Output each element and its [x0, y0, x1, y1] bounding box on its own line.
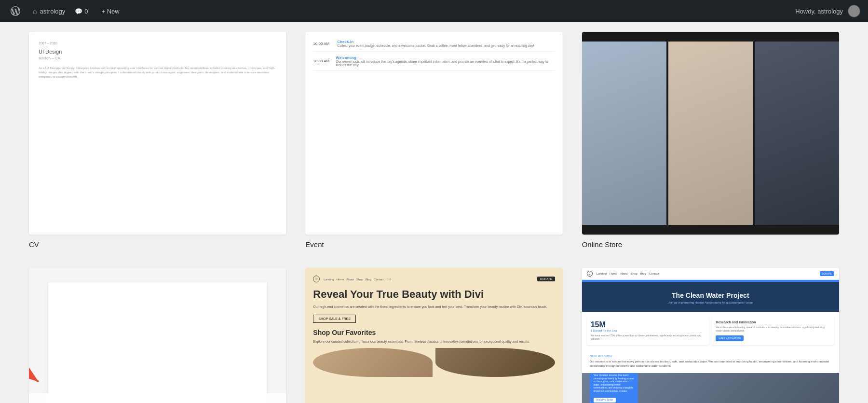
event-row-1: 10:00 AM Check-In Collect your event bad… — [313, 40, 555, 52]
template-card-event[interactable]: 10:00 AM Check-In Collect your event bad… — [305, 32, 562, 235]
np-blue-card-text: Your donation ensures that every person … — [594, 374, 634, 392]
template-item-cv: 2007 – 2010 UI DesignBoston – CA As a UX… — [29, 32, 286, 249]
beauty-desc: Our high-end cosmetics are created with … — [313, 305, 555, 309]
store-images — [582, 42, 839, 225]
event-tag-2: Welcoming — [336, 56, 555, 60]
comment-icon: 💬 — [75, 8, 82, 15]
np-logo: D — [587, 271, 593, 277]
template-item-event: 10:00 AM Check-In Collect your event bad… — [305, 32, 562, 249]
template-item-online-store: Online Store — [582, 32, 839, 249]
np-nav-donate-btn: DONATE — [820, 271, 834, 276]
event-desc-2: Our event hosts will introduce the day's… — [336, 60, 555, 67]
portfolio-btn-group: Start With Portfolio Preview Portfolio — [29, 393, 286, 403]
beauty-hero-text: Reveal Your True Beauty with Divi — [313, 288, 555, 301]
event-time-2: 10:30 AM — [313, 59, 331, 63]
cv-body-text: As a UX Designer at Disney, I designed i… — [39, 66, 276, 79]
cv-label: CV — [29, 240, 286, 249]
np-make-donation-btn[interactable]: MAKE A DONATION — [716, 335, 744, 341]
comments-count: 0 — [84, 8, 88, 15]
template-grid: 2007 – 2010 UI DesignBoston – CA As a UX… — [0, 22, 868, 403]
cv-job-title: UI DesignBoston – CA — [39, 49, 276, 60]
howdy-text: Howdy, astrology — [795, 8, 843, 15]
np-card-stat: 15M $ Raised for the Sea We have reached… — [587, 317, 709, 345]
store-img-1 — [582, 42, 666, 225]
event-desc-1: Collect your event badge, schedule, and … — [337, 44, 534, 47]
template-card-portfolio[interactable]: Start With Portfolio Preview Portfolio — [29, 268, 286, 403]
np-research-text: We collaborate with leading research ins… — [716, 326, 830, 333]
event-row-2: 10:30 AM Welcoming Our event hosts will … — [313, 56, 555, 71]
template-item-non-profit: D LandingHomeAboutShopBlogContact DONATE… — [582, 268, 839, 403]
beauty-nav-btn: DONATE — [537, 277, 555, 281]
online-store-label: Online Store — [582, 240, 839, 249]
np-mission-text: Our mission is to ensure that every pers… — [590, 360, 831, 368]
np-stat-label: $ Raised for the Sea — [591, 329, 705, 332]
admin-bar: ⌂ astrology 💬 0 + New Howdy, astrology — [0, 0, 868, 22]
np-hero-title: The Clean Water Project — [590, 292, 831, 299]
np-donate-now-btn[interactable]: DONATE NOW — [594, 398, 616, 403]
store-preview — [582, 32, 839, 235]
main-content: 2007 – 2010 UI DesignBoston – CA As a UX… — [0, 22, 868, 403]
event-label: Event — [305, 240, 562, 249]
beauty-nav-links: Landing Home About Shop Blog Contact ♡ 0 — [324, 278, 391, 281]
np-nav-links: LandingHomeAboutShopBlogContact — [597, 272, 659, 275]
new-label: + New — [101, 8, 119, 15]
comments-button[interactable]: 💬 0 — [75, 8, 88, 15]
template-card-cv[interactable]: 2007 – 2010 UI DesignBoston – CA As a UX… — [29, 32, 286, 235]
np-research-label: Research and Innovation — [716, 320, 830, 324]
template-card-beauty[interactable]: D Landing Home About Shop Blog Contact ♡… — [305, 268, 562, 403]
np-nav: D LandingHomeAboutShopBlogContact DONATE — [582, 268, 839, 280]
np-hero-sub: Join us in promoting Habitat Assumptions… — [590, 301, 831, 304]
user-avatar[interactable] — [848, 5, 860, 17]
beauty-img-1 — [313, 348, 433, 377]
event-time-1: 10:00 AM — [313, 42, 332, 46]
template-card-online-store[interactable] — [582, 32, 839, 235]
store-img-3 — [755, 42, 839, 225]
np-blue-card: 100% of Donations Fund Clean and Safe Dr… — [590, 373, 638, 403]
template-card-non-profit[interactable]: D LandingHomeAboutShopBlogContact DONATE… — [582, 268, 839, 403]
event-tag-1: Check-In — [337, 40, 534, 44]
beauty-image-grid — [313, 348, 555, 377]
template-item-portfolio: Start With Portfolio Preview Portfolio P… — [29, 268, 286, 403]
cv-date-line: 2007 – 2010 — [39, 42, 276, 45]
np-stat-number: 15M — [591, 320, 705, 329]
beauty-nav: D Landing Home About Shop Blog Contact ♡… — [313, 276, 555, 282]
beauty-logo: D — [313, 276, 320, 282]
np-photo-section: 100% of Donations Fund Clean and Safe Dr… — [582, 373, 839, 403]
template-item-beauty: D Landing Home About Shop Blog Contact ♡… — [305, 268, 562, 403]
beauty-preview: D Landing Home About Shop Blog Contact ♡… — [305, 268, 562, 403]
store-img-2 — [668, 42, 753, 225]
cv-preview: 2007 – 2010 UI DesignBoston – CA As a UX… — [29, 32, 286, 235]
beauty-cta-btn[interactable]: SHOP SALE & FREE — [313, 315, 356, 323]
new-button[interactable]: + New — [97, 6, 123, 17]
wordpress-logo[interactable] — [8, 3, 23, 19]
beauty-shop-desc: Explore our curated collection of luxuri… — [313, 339, 555, 344]
beauty-img-2 — [435, 348, 555, 377]
portfolio-inner — [48, 282, 267, 403]
np-card-research: Research and Innovation We collaborate w… — [712, 317, 834, 345]
np-hero: The Clean Water Project Join us in promo… — [582, 282, 839, 312]
np-mission-label: OUR MISSION — [590, 355, 831, 358]
site-name-link[interactable]: ⌂ astrology — [33, 7, 65, 15]
np-stat-text: We have reached 75% of the ocean floor o… — [591, 334, 705, 341]
home-icon: ⌂ — [33, 7, 37, 15]
site-name-text: astrology — [40, 8, 65, 15]
portfolio-preview — [29, 268, 286, 403]
event-preview: 10:00 AM Check-In Collect your event bad… — [305, 32, 562, 235]
np-cards: 15M $ Raised for the Sea We have reached… — [582, 312, 839, 350]
np-mission: OUR MISSION Our mission is to ensure tha… — [582, 350, 839, 373]
nonprofit-preview: D LandingHomeAboutShopBlogContact DONATE… — [582, 268, 839, 403]
beauty-shop-section: Shop Our Favorites — [313, 329, 555, 336]
